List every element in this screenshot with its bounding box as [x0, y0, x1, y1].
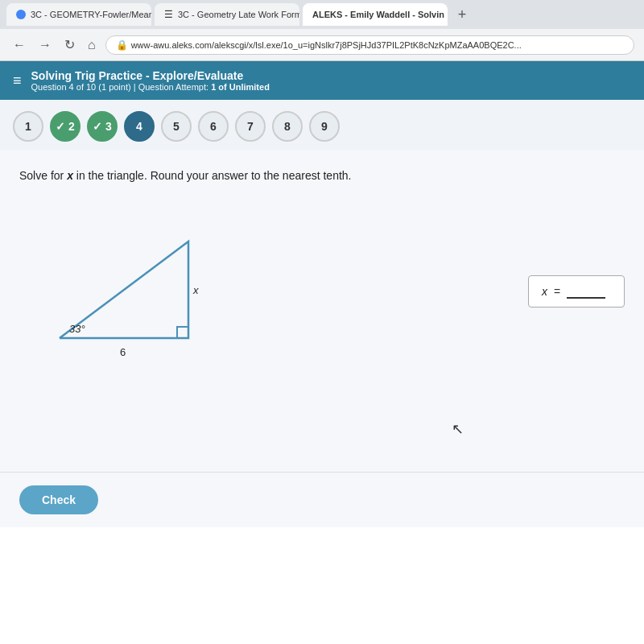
q-btn-2[interactable]: ✓ 2	[50, 111, 80, 142]
home-button[interactable]: ⌂	[85, 38, 99, 52]
aleks-header: ≡ Solving Trig Practice - Explore/Evalua…	[0, 61, 644, 100]
tab-3[interactable]: ALEKS - Emily Waddell - Solvin ✕	[303, 3, 448, 26]
header-title: Solving Trig Practice - Explore/Evaluate	[31, 69, 270, 82]
url-box[interactable]: 🔒 www-awu.aleks.com/alekscgi/x/lsl.exe/1…	[105, 35, 634, 55]
browser-chrome: 3C - GEOMETRY-Fowler/Mears ✕ ☰ 3C - Geom…	[0, 0, 644, 61]
tab-1[interactable]: 3C - GEOMETRY-Fowler/Mears ✕	[6, 3, 151, 26]
answer-input[interactable]	[567, 284, 605, 299]
cursor-area: ↖	[19, 382, 625, 446]
q-btn-8[interactable]: 8	[272, 111, 303, 142]
cursor-pointer: ↖	[452, 420, 464, 438]
base-label: 6	[120, 346, 126, 358]
right-angle-marker	[177, 327, 188, 338]
q-btn-9[interactable]: 9	[309, 111, 340, 142]
tab-1-icon	[16, 10, 26, 19]
q-btn-5[interactable]: 5	[161, 111, 192, 142]
tab-2-icon: ☰	[164, 9, 173, 20]
url-text: www-awu.aleks.com/alekscgi/x/lsl.exe/1o_…	[131, 40, 522, 50]
answer-variable-label: x	[542, 285, 547, 298]
aleks-container: ≡ Solving Trig Practice - Explore/Evalua…	[0, 61, 644, 644]
tab-2-label: 3C - Geometry Late Work Form	[178, 10, 299, 19]
q-btn-4[interactable]: 4	[124, 111, 155, 142]
header-text: Solving Trig Practice - Explore/Evaluate…	[31, 69, 270, 92]
check-button[interactable]: Check	[19, 485, 98, 514]
q-btn-7[interactable]: 7	[235, 111, 266, 142]
content-area: Solve for x in the triangle. Round your …	[0, 150, 644, 472]
question-nav: 1 ✓ 2 ✓ 3 4 5 6 7 8 9	[0, 100, 644, 150]
hamburger-menu[interactable]: ≡	[13, 72, 22, 89]
back-button[interactable]: ←	[10, 38, 29, 52]
check-button-label: Check	[42, 493, 76, 506]
question-info: Question 4 of 10 (1 point)	[31, 82, 131, 92]
answer-area: x =	[528, 275, 625, 308]
q-btn-1[interactable]: 1	[13, 111, 43, 142]
answer-equals: =	[554, 285, 560, 298]
triangle-area: 33° 6 x	[19, 201, 480, 382]
attempt-count: 1 of Unlimited	[211, 82, 270, 92]
tab-2[interactable]: ☰ 3C - Geometry Late Work Form ✕	[155, 3, 299, 26]
problem-instruction: Solve for x in the triangle. Round your …	[19, 169, 625, 182]
tab-1-label: 3C - GEOMETRY-Fowler/Mears	[31, 10, 151, 19]
header-subtitle: Question 4 of 10 (1 point) | Question At…	[31, 82, 270, 92]
triangle-svg: 33° 6 x	[19, 201, 245, 378]
q-btn-6[interactable]: 6	[198, 111, 229, 142]
forward-button[interactable]: →	[35, 38, 55, 52]
attempt-info: Question Attempt: 1 of Unlimited	[138, 82, 270, 92]
bottom-bar: Check	[0, 472, 644, 527]
refresh-button[interactable]: ↻	[61, 37, 78, 52]
problem-layout: 33° 6 x x =	[19, 201, 625, 382]
angle-label: 33°	[69, 323, 85, 335]
side-x-label: x	[192, 284, 199, 296]
address-bar: ← → ↻ ⌂ 🔒 www-awu.aleks.com/alekscgi/x/l…	[0, 29, 644, 61]
q-btn-3[interactable]: ✓ 3	[87, 111, 118, 142]
tab-bar: 3C - GEOMETRY-Fowler/Mears ✕ ☰ 3C - Geom…	[0, 0, 644, 29]
tab-3-label: ALEKS - Emily Waddell - Solvin	[312, 10, 444, 19]
lock-icon: 🔒	[116, 39, 128, 51]
new-tab-button[interactable]: +	[451, 3, 473, 26]
